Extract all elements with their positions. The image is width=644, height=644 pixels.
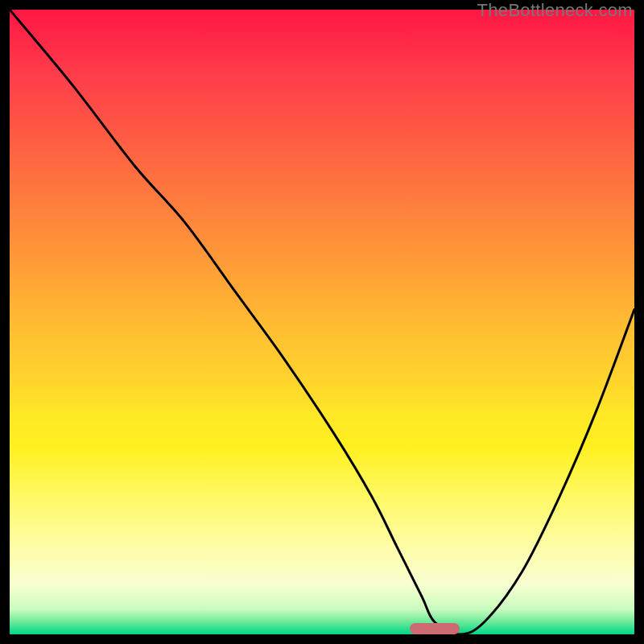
bottleneck-curve	[10, 10, 634, 634]
chart-frame: TheBottleneck.com	[0, 0, 644, 644]
optimal-marker	[410, 623, 460, 634]
watermark-text: TheBottleneck.com	[477, 0, 633, 21]
plot-area	[10, 10, 634, 634]
